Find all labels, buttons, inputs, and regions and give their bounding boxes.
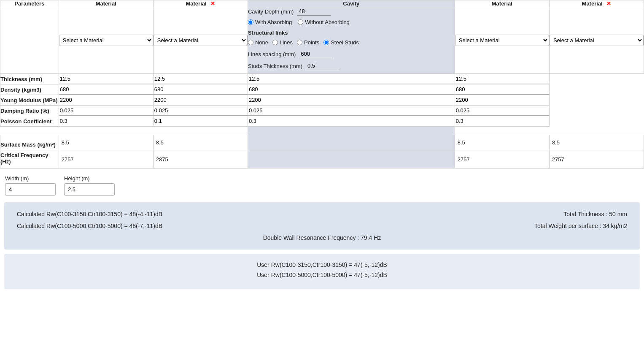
thickness-mat3 bbox=[248, 74, 455, 84]
resonance-result: Double Wall Resonance Frequency : 79.4 H… bbox=[17, 234, 627, 241]
spacer-row bbox=[0, 127, 644, 135]
surface-mass-label: Surface Mass (kg/m²) bbox=[0, 135, 59, 150]
mat2-close-icon[interactable]: ✕ bbox=[210, 0, 215, 7]
link-none-option[interactable]: None bbox=[248, 39, 268, 46]
mat1-header: Material bbox=[59, 0, 153, 7]
mat4-header: Material ✕ bbox=[549, 0, 644, 7]
lines-spacing-label: Lines spacing (mm) bbox=[248, 51, 296, 57]
damping-mat3-input[interactable] bbox=[248, 106, 455, 116]
height-group: Height (m) bbox=[64, 175, 115, 196]
without-absorbing-radio[interactable] bbox=[298, 19, 303, 25]
surface-mass-mat3: 8.5 bbox=[455, 135, 549, 150]
poisson-mat1-input[interactable] bbox=[59, 116, 153, 126]
damping-mat1-input[interactable] bbox=[59, 106, 153, 116]
link-steel-studs-radio[interactable] bbox=[323, 40, 329, 45]
young-label: Young Modulus (MPa) bbox=[0, 95, 59, 106]
density-mat2 bbox=[153, 84, 248, 95]
width-label: Width (m) bbox=[5, 175, 56, 182]
critical-freq-mat1: 2757 bbox=[59, 150, 153, 168]
params-header: Parameters bbox=[0, 0, 59, 7]
thickness-label: Thickness (mm) bbox=[0, 74, 59, 84]
damping-mat4 bbox=[455, 106, 549, 116]
critical-freq-mat2: 2875 bbox=[153, 150, 248, 168]
poisson-mat3-input[interactable] bbox=[248, 116, 455, 126]
critical-freq-mat4: 2757 bbox=[549, 150, 644, 168]
link-lines-radio[interactable] bbox=[272, 40, 278, 45]
young-mat4-input[interactable] bbox=[455, 95, 549, 105]
lines-spacing-input[interactable] bbox=[299, 50, 333, 58]
young-mat2 bbox=[153, 95, 248, 106]
results-box: Calculated Rw(C100-3150,Ctr100-3150) = 4… bbox=[4, 202, 640, 250]
young-mat1-input[interactable] bbox=[59, 95, 153, 105]
critical-freq-label: Critical Frequency (Hz) bbox=[0, 150, 59, 168]
dimensions-section: Width (m) Height (m) bbox=[0, 168, 644, 202]
results-right: Total Thickness : 50 mm Total Weight per… bbox=[534, 211, 627, 229]
thickness-mat3-input[interactable] bbox=[248, 74, 455, 84]
structural-links-title: Structural links bbox=[248, 30, 455, 36]
mat3-select[interactable]: Select a Material bbox=[455, 35, 549, 46]
thickness-row: Thickness (mm) bbox=[0, 74, 644, 84]
mat1-select[interactable]: Select a Material bbox=[59, 35, 153, 46]
poisson-mat4 bbox=[455, 116, 549, 127]
thickness-mat4-input[interactable] bbox=[455, 74, 549, 84]
density-mat3 bbox=[248, 84, 455, 95]
link-points-option[interactable]: Points bbox=[297, 39, 319, 46]
without-absorbing-option[interactable]: Without Absorbing bbox=[298, 19, 350, 25]
studs-thickness-label: Studs Thickness (mm) bbox=[248, 63, 302, 69]
young-mat3-input[interactable] bbox=[248, 95, 455, 105]
with-absorbing-radio[interactable] bbox=[248, 19, 253, 25]
link-lines-option[interactable]: Lines bbox=[272, 39, 293, 46]
density-mat4-input[interactable] bbox=[455, 84, 549, 95]
user-rw2-result: User Rw(C100-5000,Ctr100-5000) = 47(-5,-… bbox=[17, 272, 627, 278]
damping-row: Damping Ratio (%) bbox=[0, 106, 644, 116]
poisson-mat2-input[interactable] bbox=[154, 116, 248, 126]
mat3-header: Material bbox=[455, 0, 549, 7]
rw2-result: Calculated Rw(C100-5000,Ctr100-5000) = 4… bbox=[17, 223, 162, 229]
damping-mat2 bbox=[153, 106, 248, 116]
results-left: Calculated Rw(C100-3150,Ctr100-3150) = 4… bbox=[17, 211, 162, 229]
density-mat4 bbox=[455, 84, 549, 95]
width-group: Width (m) bbox=[5, 175, 56, 196]
thickness-mat2-input[interactable] bbox=[154, 74, 248, 84]
link-points-radio[interactable] bbox=[297, 40, 302, 45]
damping-mat2-input[interactable] bbox=[154, 106, 248, 116]
thickness-mat1-input[interactable] bbox=[59, 74, 153, 84]
cavity-depth-label: Cavity Depth (mm) bbox=[248, 8, 294, 15]
mat4-select[interactable]: Select a Material bbox=[550, 35, 644, 46]
young-mat3 bbox=[248, 95, 455, 106]
critical-freq-mat3: 2757 bbox=[455, 150, 549, 168]
width-input[interactable] bbox=[5, 183, 56, 196]
poisson-label: Poisson Coefficient bbox=[0, 116, 59, 127]
thickness-mat4 bbox=[455, 74, 549, 84]
poisson-mat1 bbox=[59, 116, 153, 127]
mat4-close-icon[interactable]: ✕ bbox=[606, 0, 611, 7]
damping-mat4-input[interactable] bbox=[455, 106, 549, 116]
density-label: Density (kg/m3) bbox=[0, 84, 59, 95]
link-none-radio[interactable] bbox=[248, 40, 253, 45]
density-mat1-input[interactable] bbox=[59, 84, 153, 95]
total-thickness-result: Total Thickness : 50 mm bbox=[534, 211, 627, 217]
link-steel-studs-option[interactable]: Steel Studs bbox=[323, 39, 359, 46]
params-select-empty bbox=[0, 7, 59, 74]
studs-thickness-input[interactable] bbox=[306, 62, 340, 70]
mat1-select-cell: Select a Material bbox=[59, 7, 153, 74]
poisson-mat4-input[interactable] bbox=[455, 116, 549, 126]
damping-label: Damping Ratio (%) bbox=[0, 106, 59, 116]
surface-mass-mat4: 8.5 bbox=[549, 135, 644, 150]
damping-mat3 bbox=[248, 106, 455, 116]
young-mat2-input[interactable] bbox=[154, 95, 248, 105]
height-input[interactable] bbox=[64, 183, 115, 196]
density-mat2-input[interactable] bbox=[154, 84, 248, 95]
critical-freq-row: Critical Frequency (Hz) 2757 2875 2757 2… bbox=[0, 150, 644, 168]
with-absorbing-option[interactable]: With Absorbing bbox=[248, 19, 292, 25]
density-mat3-input[interactable] bbox=[248, 84, 455, 95]
surface-mass-row: Surface Mass (kg/m²) 8.5 8.5 8.5 8.5 bbox=[0, 135, 644, 150]
cavity-depth-input[interactable] bbox=[297, 7, 331, 16]
surface-mass-mat2: 8.5 bbox=[153, 135, 248, 150]
mat2-select[interactable]: Select a Material bbox=[154, 35, 248, 46]
user-results-box: User Rw(C100-3150,Ctr100-3150) = 47(-5,-… bbox=[4, 254, 640, 289]
poisson-mat2 bbox=[153, 116, 248, 127]
young-row: Young Modulus (MPa) bbox=[0, 95, 644, 106]
user-rw1-result: User Rw(C100-3150,Ctr100-3150) = 47(-5,-… bbox=[17, 261, 627, 268]
mat4-select-cell: Select a Material bbox=[549, 7, 644, 74]
